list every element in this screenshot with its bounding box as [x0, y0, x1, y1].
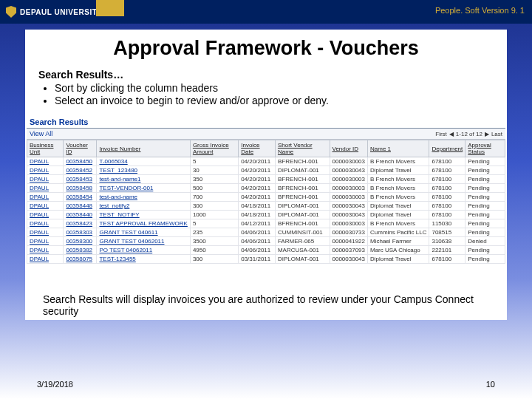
- app-version: People. Soft Version 9. 1: [435, 6, 525, 15]
- gold-accent: [96, 0, 124, 16]
- cell-vid[interactable]: 00358382: [64, 246, 97, 255]
- intro-lead: Search Results…: [38, 69, 494, 81]
- cell-dept: 678100: [429, 255, 466, 264]
- cell-svn: BFRENCH-001: [275, 184, 330, 193]
- university-logo: DEPAUL UNIVERSITY: [6, 6, 102, 18]
- cell-inv[interactable]: test-and-name1: [97, 175, 190, 184]
- cell-vid[interactable]: 00358454: [64, 193, 97, 202]
- column-header[interactable]: Short Vendor Name: [275, 140, 330, 157]
- cell-bu[interactable]: DPAUL: [27, 237, 64, 246]
- cell-inv[interactable]: PO TEST 04062011: [97, 246, 190, 255]
- cell-name: Diplomat Travel: [368, 255, 429, 264]
- university-name: DEPAUL UNIVERSITY: [20, 8, 102, 16]
- cell-ven: 0000030003: [330, 219, 368, 228]
- cell-vid[interactable]: 00358075: [64, 255, 97, 264]
- cell-inv[interactable]: test_notify2: [97, 202, 190, 211]
- cell-ven: 0000030043: [330, 166, 368, 175]
- table-row[interactable]: DPAUL00358452TEST_1234803004/20/2011DIPL…: [27, 166, 505, 175]
- table-row[interactable]: DPAUL00358423TEST APPROVAL FRAMEWORK504/…: [27, 219, 505, 228]
- pager-last[interactable]: Last: [491, 131, 502, 137]
- column-header[interactable]: Gross Invoice Amount: [190, 140, 238, 157]
- cell-inv[interactable]: GRANT TEST 04062011: [97, 237, 190, 246]
- cell-bu[interactable]: DPAUL: [27, 166, 64, 175]
- cell-dept: 708515: [429, 228, 466, 237]
- cell-bu[interactable]: DPAUL: [27, 202, 64, 211]
- cell-date: 04/06/2011: [239, 246, 276, 255]
- table-row[interactable]: DPAUL00358300GRANT TEST 04062011350004/0…: [27, 237, 505, 246]
- table-row[interactable]: DPAUL00358450T-0065034504/20/2011BFRENCH…: [27, 157, 505, 166]
- cell-svn: CUMMINSIT-001: [275, 228, 330, 237]
- cell-name: Diplomat Travel: [368, 202, 429, 211]
- cell-name: B French Movers: [368, 193, 429, 202]
- column-header[interactable]: Business Unit: [27, 140, 64, 157]
- cell-inv[interactable]: TEST APPROVAL FRAMEWORK: [97, 219, 190, 228]
- cell-stat: Pending: [466, 157, 505, 166]
- cell-inv[interactable]: TEST_NOTIFY: [97, 211, 190, 219]
- table-row[interactable]: DPAUL00358458TEST-VENDOR-00150004/20/201…: [27, 184, 505, 193]
- cell-dept: 222101: [429, 246, 466, 255]
- cell-vid[interactable]: 00358450: [64, 157, 97, 166]
- cell-dept: 678100: [429, 166, 466, 175]
- pager-first[interactable]: First: [435, 131, 447, 137]
- cell-vid[interactable]: 00358448: [64, 202, 97, 211]
- cell-vid[interactable]: 00358423: [64, 219, 97, 228]
- cell-vid[interactable]: 00358458: [64, 184, 97, 193]
- cell-dept: 678100: [429, 175, 466, 184]
- cell-amt: 1000: [190, 211, 238, 219]
- cell-vid[interactable]: 00358300: [64, 237, 97, 246]
- cell-inv[interactable]: GRANT TEST 040611: [97, 228, 190, 237]
- intro-list: Sort by clicking the column headers Sele…: [44, 82, 494, 106]
- cell-amt: 500: [190, 184, 238, 193]
- cell-vid[interactable]: 00358303: [64, 228, 97, 237]
- cell-bu[interactable]: DPAUL: [27, 193, 64, 202]
- cell-bu[interactable]: DPAUL: [27, 255, 64, 264]
- column-header[interactable]: Invoice Number: [97, 140, 190, 157]
- column-header[interactable]: Voucher ID: [64, 140, 97, 157]
- cell-bu[interactable]: DPAUL: [27, 184, 64, 193]
- table-row[interactable]: DPAUL00358382PO TEST 04062011495004/06/2…: [27, 246, 505, 255]
- column-header[interactable]: Vendor ID: [330, 140, 368, 157]
- chevron-left-icon[interactable]: ◀: [449, 131, 454, 137]
- column-header[interactable]: Approval Status: [466, 140, 505, 157]
- cell-date: 04/20/2011: [239, 175, 276, 184]
- cell-stat: Pending: [466, 228, 505, 237]
- cell-bu[interactable]: DPAUL: [27, 157, 64, 166]
- cell-dept: 678100: [429, 202, 466, 211]
- column-header[interactable]: Department: [429, 140, 466, 157]
- cell-bu[interactable]: DPAUL: [27, 246, 64, 255]
- shield-icon: [6, 6, 16, 18]
- table-row[interactable]: DPAUL00358454test-and-name70004/20/2011B…: [27, 193, 505, 202]
- cell-vid[interactable]: 00358452: [64, 166, 97, 175]
- cell-dept: 678100: [429, 211, 466, 219]
- cell-inv[interactable]: TEST-VENDOR-001: [97, 184, 190, 193]
- cell-name: B French Movers: [368, 175, 429, 184]
- cell-bu[interactable]: DPAUL: [27, 228, 64, 237]
- pager: First ◀ 1-12 of 12 ▶ Last: [435, 131, 502, 137]
- cell-amt: 235: [190, 228, 238, 237]
- cell-dept: 678100: [429, 193, 466, 202]
- table-row[interactable]: DPAUL00358440TEST_NOTIFY100004/18/2011DI…: [27, 211, 505, 219]
- cell-vid[interactable]: 00358453: [64, 175, 97, 184]
- cell-name: Marc USA Chicago: [368, 246, 429, 255]
- cell-bu[interactable]: DPAUL: [27, 175, 64, 184]
- table-row[interactable]: DPAUL00358453test-and-name135004/20/2011…: [27, 175, 505, 184]
- cell-vid[interactable]: 00358440: [64, 211, 97, 219]
- cell-bu[interactable]: DPAUL: [27, 211, 64, 219]
- column-header[interactable]: Name 1: [368, 140, 429, 157]
- cell-stat: Pending: [466, 175, 505, 184]
- table-row[interactable]: DPAUL00358075TEST-12345530003/31/2011DIP…: [27, 255, 505, 264]
- cell-svn: BFRENCH-001: [275, 157, 330, 166]
- cell-dept: 310638: [429, 237, 466, 246]
- cell-bu[interactable]: DPAUL: [27, 219, 64, 228]
- cell-inv[interactable]: TEST_123480: [97, 166, 190, 175]
- cell-inv[interactable]: test-and-name: [97, 193, 190, 202]
- cell-name: B French Movers: [368, 219, 429, 228]
- view-all-link[interactable]: View All: [30, 130, 52, 137]
- results-table: Business UnitVoucher IDInvoice NumberGro…: [27, 140, 505, 264]
- table-row[interactable]: DPAUL00358303GRANT TEST 04061123504/06/2…: [27, 228, 505, 237]
- table-row[interactable]: DPAUL00358448test_notify230004/18/2011DI…: [27, 202, 505, 211]
- cell-inv[interactable]: T-0065034: [97, 157, 190, 166]
- column-header[interactable]: Invoice Date: [239, 140, 276, 157]
- cell-inv[interactable]: TEST-123455: [97, 255, 190, 264]
- chevron-right-icon[interactable]: ▶: [485, 131, 489, 137]
